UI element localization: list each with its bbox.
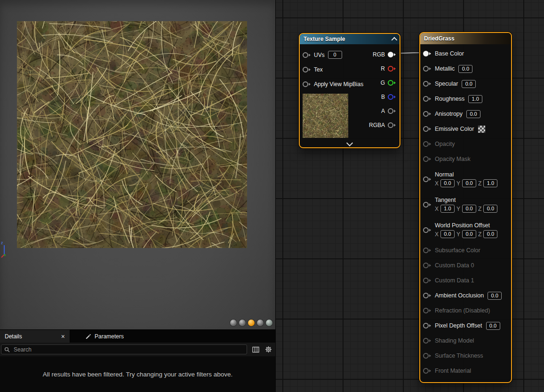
search-box[interactable] — [1, 344, 247, 354]
material-graph[interactable]: Texture Sample UVs 0 Tex A — [275, 0, 544, 392]
pin-r[interactable]: R — [381, 62, 396, 76]
output-pin-icon[interactable] — [388, 94, 396, 100]
output-pin-icon[interactable] — [388, 66, 396, 72]
value-box[interactable]: 0.0 — [462, 179, 476, 187]
tab-parameters[interactable]: Parameters — [79, 330, 130, 343]
pin-rgba[interactable]: RGBA — [369, 118, 396, 132]
axis-z-label: Z — [478, 231, 481, 238]
pin-b[interactable]: B — [381, 90, 396, 104]
display-filter-icon[interactable] — [251, 345, 260, 354]
settings-gear-icon[interactable] — [264, 345, 272, 354]
pin-uvs[interactable]: UVs 0 — [303, 48, 363, 62]
value-box[interactable]: 0.0 — [466, 110, 480, 118]
output-pin-icon[interactable] — [388, 108, 396, 114]
pin-label: Front Material — [435, 368, 471, 374]
value-box[interactable]: 1.0 — [483, 179, 497, 187]
input-pin-icon[interactable] — [423, 293, 431, 298]
input-pin-icon[interactable] — [423, 323, 431, 328]
value-box[interactable]: 0.0 — [462, 230, 476, 238]
pin-tex[interactable]: Tex — [303, 62, 363, 77]
output-pin-icon[interactable] — [388, 52, 396, 57]
pin-subsurface-color[interactable]: Subsurface Color — [423, 243, 507, 258]
pin-emissive-color[interactable]: Emissive Color — [423, 121, 507, 136]
pin-anisotropy[interactable]: Anisotropy 0.0 — [423, 106, 507, 121]
preview-shape-toolbar — [230, 320, 272, 326]
pin-front-material[interactable]: Front Material — [423, 363, 507, 378]
pin-tex-label: Tex — [314, 66, 323, 73]
preview-shape-mesh-icon[interactable] — [266, 320, 272, 326]
value-box[interactable]: 0.0 — [458, 65, 472, 73]
input-pin-icon[interactable] — [303, 81, 311, 87]
input-pin-icon[interactable] — [423, 202, 431, 208]
collapse-chevron-icon[interactable] — [392, 37, 398, 43]
pin-refraction[interactable]: Refraction (Disabled) — [423, 303, 507, 318]
pin-world-position-offset[interactable]: World Position Offset X 0.0 Y 0.0 Z 0.0 — [423, 217, 507, 243]
value-box[interactable]: 0.0 — [486, 322, 500, 330]
value-box[interactable]: 1.0 — [440, 205, 455, 213]
search-input[interactable] — [13, 346, 244, 353]
tab-details[interactable]: Details × — [0, 330, 70, 343]
input-pin-icon[interactable] — [423, 176, 431, 182]
preview-shape-cylinder-icon[interactable] — [230, 320, 237, 326]
pin-label: Tangent — [435, 197, 497, 203]
preview-viewport[interactable]: z — [0, 0, 275, 329]
value-box[interactable]: 0.0 — [462, 205, 476, 213]
output-pin-icon[interactable] — [388, 122, 396, 128]
pin-opacity[interactable]: Opacity — [423, 136, 507, 152]
input-pin-icon[interactable] — [423, 81, 431, 87]
axis-z-label: Z — [478, 206, 481, 212]
pin-apply-view-mipbias[interactable]: Apply View MipBias — [303, 77, 363, 91]
pin-base-color[interactable]: Base Color — [423, 46, 507, 61]
value-box[interactable]: 1.0 — [468, 95, 482, 103]
preview-shape-plane-icon[interactable] — [248, 320, 255, 326]
value-box[interactable]: 0.0 — [440, 179, 455, 187]
input-pin-icon[interactable] — [423, 126, 431, 132]
input-pin-icon — [423, 308, 431, 313]
input-pin-icon[interactable] — [423, 111, 431, 117]
pin-pixel-depth-offset[interactable]: Pixel Depth Offset 0.0 — [423, 318, 507, 333]
pin-label: Surface Thickness — [435, 352, 483, 359]
dried-grass-header[interactable]: DriedGrass — [420, 33, 511, 44]
preview-shape-sphere-icon[interactable] — [239, 320, 246, 326]
material-preview-plane — [17, 21, 247, 248]
value-box[interactable]: 0.0 — [483, 205, 497, 213]
uvs-value-box[interactable]: 0 — [328, 51, 342, 59]
input-pin-icon[interactable] — [423, 96, 431, 102]
input-pin-icon[interactable] — [303, 67, 311, 72]
output-pin-icon[interactable] — [388, 80, 396, 86]
pin-tangent[interactable]: Tangent X 1.0 Y 0.0 Z 0.0 — [423, 192, 507, 217]
pin-custom-data-1[interactable]: Custom Data 1 — [423, 273, 507, 288]
axis-y-label: Y — [456, 231, 460, 238]
value-box[interactable]: 0.0 — [440, 230, 455, 238]
close-icon[interactable]: × — [61, 333, 65, 340]
pin-metallic[interactable]: Metallic 0.0 — [423, 61, 507, 76]
pin-rgb[interactable]: RGB — [373, 48, 396, 62]
emissive-color-swatch[interactable] — [478, 125, 486, 133]
input-pin-icon[interactable] — [423, 51, 431, 56]
pin-shading-model[interactable]: Shading Model — [423, 333, 507, 348]
input-pin-icon[interactable] — [303, 52, 311, 58]
texture-sample-header[interactable]: Texture Sample — [300, 34, 400, 44]
axis-gizmo: z — [0, 240, 10, 260]
pin-label: Metallic — [435, 65, 455, 72]
pin-ambient-occlusion[interactable]: Ambient Occlusion 0.0 — [423, 288, 507, 303]
pin-g[interactable]: G — [381, 76, 396, 90]
input-pin-icon[interactable] — [423, 66, 431, 72]
pin-normal[interactable]: Normal X 0.0 Y 0.0 Z 1.0 — [423, 167, 507, 192]
value-box[interactable]: 0.0 — [488, 292, 502, 300]
pin-a[interactable]: A — [381, 104, 396, 118]
expand-node-button[interactable] — [300, 141, 400, 145]
pin-roughness[interactable]: Roughness 1.0 — [423, 91, 507, 106]
preview-shape-cube-icon[interactable] — [257, 320, 264, 326]
texture-thumbnail[interactable] — [303, 94, 348, 138]
pin-surface-thickness[interactable]: Surface Thickness — [423, 348, 507, 363]
node-texture-sample[interactable]: Texture Sample UVs 0 Tex A — [299, 33, 400, 148]
node-dried-grass[interactable]: DriedGrass Base Color Metallic 0.0 Specu… — [419, 32, 512, 383]
input-pin-icon[interactable] — [423, 227, 431, 233]
pin-opacity-mask[interactable]: Opacity Mask — [423, 152, 507, 167]
value-box[interactable]: 0.0 — [462, 80, 476, 88]
pin-label: Opacity — [435, 141, 455, 147]
pin-specular[interactable]: Specular 0.0 — [423, 76, 507, 91]
value-box[interactable]: 0.0 — [483, 230, 497, 238]
pin-custom-data-0[interactable]: Custom Data 0 — [423, 258, 507, 273]
